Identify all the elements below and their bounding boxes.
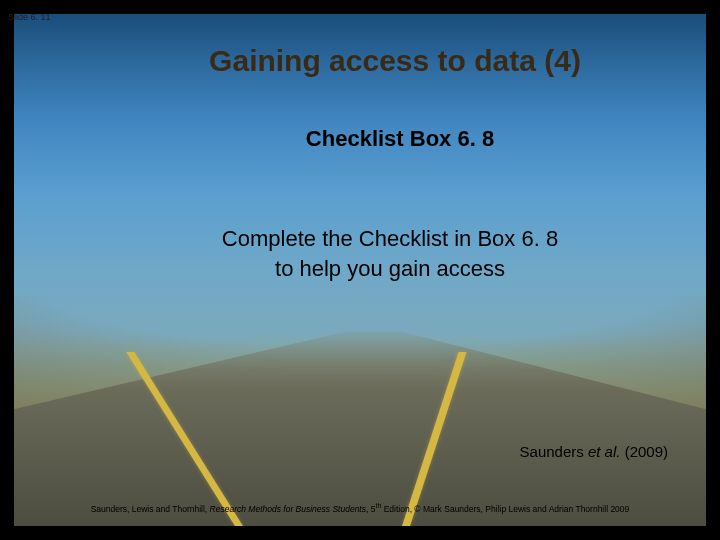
footer-authors: Saunders, Lewis and Thornhill, xyxy=(91,504,210,514)
slide-body: Complete the Checklist in Box 6. 8 to he… xyxy=(14,224,706,283)
body-line-2: to help you gain access xyxy=(74,254,706,284)
citation: Saunders et al. (2009) xyxy=(520,443,668,460)
body-line-1: Complete the Checklist in Box 6. 8 xyxy=(74,224,706,254)
footer-credits: Saunders, Lewis and Thornhill, Research … xyxy=(14,502,706,514)
footer-edition: , 5th xyxy=(366,504,381,514)
slide-title: Gaining access to data (4) xyxy=(14,44,706,78)
citation-year: (2009) xyxy=(620,443,668,460)
slide-number-label: Slide 6. 11 xyxy=(8,12,51,22)
citation-author: Saunders xyxy=(520,443,588,460)
footer-copyright: Edition, © Mark Saunders, Philip Lewis a… xyxy=(381,504,629,514)
footer-book-title: Research Methods for Business Students xyxy=(210,504,366,514)
slide-canvas: Gaining access to data (4) Checklist Box… xyxy=(14,14,706,526)
citation-etal: et al. xyxy=(588,443,621,460)
slide-subtitle: Checklist Box 6. 8 xyxy=(14,126,706,152)
